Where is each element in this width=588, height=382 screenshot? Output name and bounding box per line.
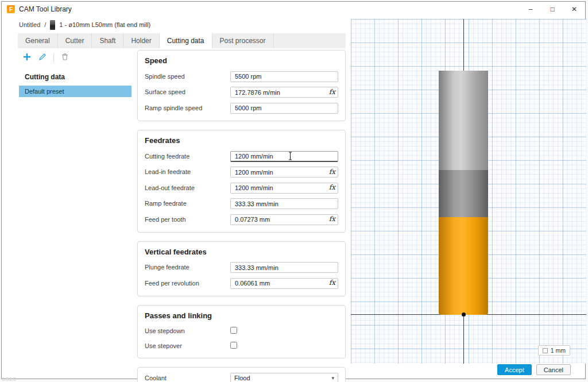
form-row: Lead-out feedrate fx — [145, 182, 338, 194]
tab-shaft[interactable]: Shaft — [92, 33, 123, 48]
ramp-feedrate-label: Ramp feedrate — [145, 200, 187, 207]
use-stepover-checkbox[interactable] — [230, 342, 237, 349]
surface-speed-field: fx — [230, 87, 338, 98]
ramp-feedrate-input[interactable] — [230, 198, 338, 209]
fusion-logo-icon: F — [7, 5, 15, 13]
coolant-selected-value: Flood — [234, 375, 250, 381]
lead-out-feedrate-field: fx — [230, 182, 338, 194]
coolant-select[interactable]: Flood ▾ — [230, 373, 338, 382]
tab-bar: General Cutter Shaft Holder Cutting data… — [18, 33, 346, 48]
use-stepdown-label: Use stepdown — [145, 327, 185, 334]
ramp-spindle-speed-field — [230, 102, 338, 114]
scale-toggle[interactable]: 1 mm — [538, 345, 570, 356]
preset-toolbar — [19, 50, 131, 68]
section-title: Vertical feedrates — [145, 248, 338, 256]
trash-icon — [60, 52, 69, 61]
cam-tool-library-window: F CAM Tool Library – □ ✕ Untitled / 1 - … — [1, 1, 586, 379]
form-row: Spindle speed — [145, 71, 338, 82]
spindle-speed-label: Spindle speed — [145, 73, 185, 80]
chevron-down-icon: ▾ — [331, 375, 334, 381]
lead-in-feedrate-input[interactable] — [230, 167, 338, 178]
fx-expression-icon[interactable]: fx — [329, 168, 335, 176]
fx-expression-icon[interactable]: fx — [329, 215, 335, 223]
form-row: Coolant Flood ▾ — [145, 373, 338, 382]
ramp-feedrate-field — [230, 198, 338, 210]
form-row: Surface speed fx — [145, 87, 338, 98]
spindle-speed-field — [230, 71, 338, 82]
form-row: Cutting feedrate — [145, 151, 338, 162]
section-title: Feedrates — [145, 136, 338, 145]
feed-per-tooth-input[interactable] — [230, 214, 338, 225]
tool-flute — [439, 217, 488, 315]
accept-button[interactable]: Accept — [497, 364, 532, 375]
lead-out-feedrate-label: Lead-out feedrate — [145, 184, 195, 191]
breadcrumb-separator: / — [44, 21, 46, 28]
use-stepdown-field — [230, 326, 338, 336]
tab-post-processor[interactable]: Post processor — [212, 33, 274, 48]
scale-label: 1 mm — [551, 347, 566, 354]
ramp-spindle-speed-input[interactable] — [230, 103, 338, 114]
surface-speed-input[interactable] — [230, 87, 338, 98]
breadcrumb-library[interactable]: Untitled — [19, 21, 40, 28]
spindle-speed-input[interactable] — [230, 71, 338, 82]
tool-preview-canvas[interactable]: 1 mm — [351, 19, 586, 364]
pencil-icon — [38, 52, 47, 61]
preset-sidebar: Cutting data Default preset — [19, 50, 131, 361]
form-row: Ramp spindle speed — [145, 102, 338, 114]
cutting-feedrate-input[interactable] — [230, 151, 338, 162]
tab-cutting-data[interactable]: Cutting data — [160, 33, 212, 48]
delete-preset-button[interactable] — [60, 52, 69, 64]
fx-expression-icon[interactable]: fx — [329, 88, 335, 96]
tab-general[interactable]: General — [18, 33, 58, 48]
use-stepover-field — [230, 341, 338, 351]
tool-shank-upper — [439, 71, 488, 170]
preset-item-default[interactable]: Default preset — [19, 86, 131, 97]
form-row: Feed per tooth fx — [145, 214, 338, 225]
fx-expression-icon[interactable]: fx — [329, 279, 335, 287]
coolant-section: Coolant Flood ▾ — [137, 367, 346, 382]
window-title: CAM Tool Library — [19, 5, 72, 13]
plus-icon — [22, 52, 32, 61]
add-preset-button[interactable] — [22, 52, 32, 64]
use-stepover-label: Use stepover — [145, 342, 182, 349]
form-row: Feed per revolution fx — [145, 277, 338, 289]
speed-section: Speed Spindle speed Surface speed fx Ram… — [137, 50, 346, 121]
coolant-field: Flood ▾ — [230, 373, 338, 382]
version-text: 0.61.0 — [2, 376, 16, 382]
breadcrumb-tool-name: 1 - ø10mm L50mm (flat end mill) — [59, 21, 150, 28]
form-row: Ramp feedrate — [145, 198, 338, 210]
use-stepdown-checkbox[interactable] — [230, 327, 237, 334]
minimize-button[interactable]: – — [520, 2, 541, 17]
lead-out-feedrate-input[interactable] — [230, 183, 338, 194]
feed-per-revolution-label: Feed per revolution — [145, 280, 199, 287]
lead-in-feedrate-label: Lead-in feedrate — [145, 168, 191, 175]
coolant-label: Coolant — [145, 375, 167, 381]
feed-per-revolution-input[interactable] — [230, 278, 338, 289]
window-controls: – □ ✕ — [520, 2, 585, 17]
ramp-spindle-speed-label: Ramp spindle speed — [145, 105, 202, 111]
cutting-feedrate-label: Cutting feedrate — [145, 153, 189, 160]
cancel-button[interactable]: Cancel — [536, 364, 571, 375]
plunge-feedrate-input[interactable] — [230, 262, 338, 273]
feed-per-revolution-field: fx — [230, 277, 338, 289]
toolbar-separator — [53, 53, 54, 63]
scale-checkbox[interactable] — [543, 348, 548, 353]
origin-point — [462, 312, 466, 317]
titlebar: F CAM Tool Library – □ ✕ — [2, 2, 585, 17]
form-row: Plunge feedrate — [145, 262, 338, 273]
tool-thumbnail — [50, 20, 55, 30]
fx-expression-icon[interactable]: fx — [329, 183, 335, 191]
preset-list-header: Cutting data — [19, 68, 131, 86]
tab-holder[interactable]: Holder — [123, 33, 159, 48]
form-row: Use stepover — [145, 341, 338, 351]
plunge-feedrate-label: Plunge feedrate — [145, 264, 189, 271]
edit-preset-button[interactable] — [38, 52, 47, 64]
feed-per-tooth-label: Feed per tooth — [145, 216, 186, 223]
section-title: Passes and linking — [145, 311, 338, 320]
close-button[interactable]: ✕ — [563, 2, 585, 17]
section-title: Speed — [145, 56, 338, 65]
maximize-button[interactable]: □ — [541, 2, 563, 17]
tab-cutter[interactable]: Cutter — [58, 33, 92, 48]
tool-shank-lower — [439, 170, 488, 217]
lead-in-feedrate-field: fx — [230, 167, 338, 178]
